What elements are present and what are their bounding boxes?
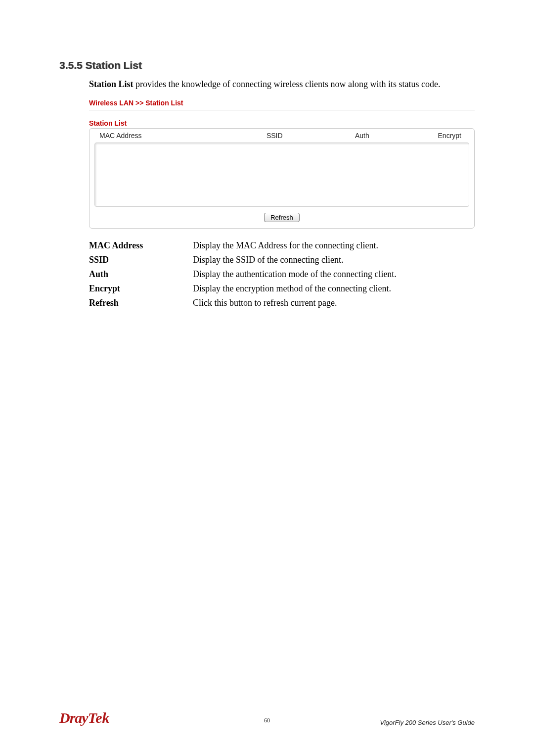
definition-row: Auth Display the authentication mode of … <box>89 269 475 280</box>
page-footer: DrayTek 60 VigorFly 200 Series User's Gu… <box>0 709 534 726</box>
intro-text: provides the knowledge of connecting wir… <box>134 79 441 89</box>
definition-term: MAC Address <box>89 240 193 251</box>
logo-right: Tek <box>88 709 110 726</box>
definition-desc: Click this button to refresh current pag… <box>193 298 475 308</box>
guide-title: VigorFly 200 Series User's Guide <box>380 719 475 726</box>
logo-left: Dray <box>59 709 88 726</box>
logo: DrayTek <box>59 709 110 726</box>
definition-list: MAC Address Display the MAC Address for … <box>89 240 475 308</box>
panel-subheading: Station List <box>89 119 475 127</box>
definition-term: SSID <box>89 255 193 265</box>
definition-row: Encrypt Display the encryption method of… <box>89 284 475 294</box>
definition-row: MAC Address Display the MAC Address for … <box>89 240 475 251</box>
column-ssid: SSID <box>223 132 326 140</box>
breadcrumb: Wireless LAN >> Station List <box>89 99 475 110</box>
section-heading: 3.5.5 Station List <box>59 59 475 71</box>
definition-desc: Display the encryption method of the con… <box>193 284 475 294</box>
station-list-panel: Wireless LAN >> Station List Station Lis… <box>89 99 475 229</box>
intro-term: Station List <box>89 79 134 89</box>
station-list-header: MAC Address SSID Auth Encrypt <box>94 132 469 142</box>
intro-paragraph: Station List provides the knowledge of c… <box>89 78 475 90</box>
refresh-button[interactable]: Refresh <box>264 213 300 222</box>
definition-row: SSID Display the SSID of the connecting … <box>89 255 475 265</box>
definition-term: Encrypt <box>89 284 193 294</box>
definition-row: Refresh Click this button to refresh cur… <box>89 298 475 308</box>
column-mac: MAC Address <box>99 132 223 140</box>
definition-desc: Display the MAC Address for the connecti… <box>193 240 475 251</box>
definition-term: Refresh <box>89 298 193 308</box>
page-number: 60 <box>264 717 270 724</box>
station-list-body <box>94 142 469 207</box>
definition-term: Auth <box>89 269 193 280</box>
station-list-box: MAC Address SSID Auth Encrypt Refresh <box>89 128 475 229</box>
column-encrypt: Encrypt <box>399 132 464 140</box>
column-auth: Auth <box>326 132 399 140</box>
definition-desc: Display the SSID of the connecting clien… <box>193 255 475 265</box>
definition-desc: Display the authentication mode of the c… <box>193 269 475 280</box>
